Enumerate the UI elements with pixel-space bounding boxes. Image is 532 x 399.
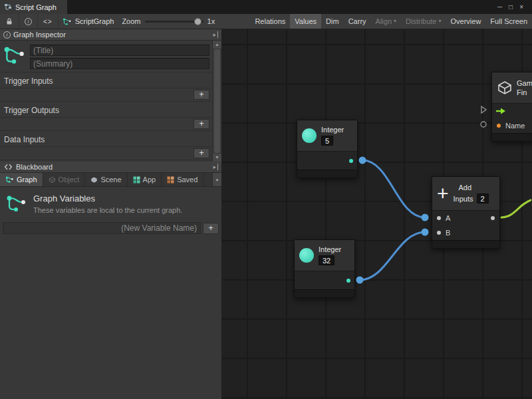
blackboard-scroll-up-icon[interactable]: ▲ [212,173,221,186]
app-tab-icon [133,176,140,184]
scroll-down-icon[interactable]: ▼ [213,154,221,162]
tab-object-label: Object [59,176,80,184]
tab-app-label: App [143,176,156,184]
overview-button[interactable]: Overview [446,14,486,29]
inputs-label: Inputs [454,195,473,203]
sidebar: i Graph Inspector ▸ [0,29,222,399]
node-find[interactable]: Gam Fin Name [491,72,532,142]
close-icon[interactable]: × [516,3,527,11]
window-controls: ─ □ × [494,0,532,14]
tab-app[interactable]: App [128,173,162,186]
node-add[interactable]: + Add Inputs 2 A [432,176,500,249]
trigger-inputs-label: Trigger Inputs [0,76,212,88]
toggle-dim[interactable]: Dim [321,14,344,29]
output-port[interactable] [491,216,495,220]
scrollbar-track[interactable] [213,49,221,154]
graph-canvas[interactable]: Integer 5 Integer 32 [222,29,532,399]
node-header[interactable]: Integer 32 [295,240,354,271]
integer-literal-icon [299,248,314,263]
tab-script-graph[interactable]: Script Graph [0,0,67,14]
graph-summary-input[interactable] [30,58,209,69]
toggle-carry[interactable]: Carry [344,14,371,29]
distribute-dropdown[interactable]: Distribute ▾ [401,14,446,29]
title-bar: Script Graph ─ □ × [0,0,532,14]
graph-toolbar: i <> ScriptGraph Zoom 1x Relations Value… [0,14,532,29]
edit-graph-button[interactable]: <> [38,14,59,29]
graph-title-input[interactable] [30,45,209,56]
node-title: Integer [319,245,341,253]
input-port-a[interactable] [437,216,441,220]
wire-integer1-to-add-a[interactable] [362,160,425,217]
graph-name: ScriptGraph [75,17,114,25]
inspector-scrollbar[interactable]: ▲ ▼ [212,41,221,162]
tab-scene[interactable]: Scene [85,173,127,186]
graph-variables-description: These variables are local to the current… [33,206,216,214]
blackboard-header: Blackboard ▸ [0,162,221,173]
scrollbar-thumb[interactable] [214,49,220,153]
tab-object[interactable]: Object [43,173,86,186]
zoom-slider[interactable] [145,14,203,29]
add-trigger-input-button[interactable]: + [194,90,209,100]
fullscreen-button[interactable]: Full Screen [485,14,532,29]
lock-button[interactable] [0,14,19,29]
connection-endpoint[interactable] [422,214,429,221]
toggle-relations[interactable]: Relations [250,14,290,29]
node-footer [295,289,354,297]
node-header[interactable]: Gam Fin [492,72,532,103]
inspect-button[interactable]: i [19,14,38,29]
node-header[interactable]: + Add Inputs 2 [432,177,499,210]
graph-name-display: ScriptGraph [59,14,118,29]
node-integer-2[interactable]: Integer 32 [294,239,355,298]
trigger-inputs-list: + [0,88,212,102]
output-port[interactable] [349,159,353,163]
align-dropdown[interactable]: Align ▾ [371,14,401,29]
add-variable-button[interactable]: + [203,223,219,234]
unconnected-value-port[interactable] [481,122,486,127]
new-variable-row: + [0,219,221,237]
connection-endpoint[interactable] [359,157,366,164]
add-data-input-button[interactable]: + [194,148,209,158]
node-header[interactable]: Integer 5 [297,120,357,151]
connection-endpoint[interactable] [356,277,364,284]
connection-endpoint[interactable] [422,229,429,236]
new-variable-input[interactable] [3,222,201,234]
graph-icon [3,45,27,66]
tab-saved-label: Saved [177,176,198,184]
integer-value-field[interactable]: 5 [321,136,333,146]
name-input-port[interactable] [497,124,501,128]
zoom-slider-knob[interactable] [194,18,201,25]
blackboard-content: Graph Variables These variables are loca… [0,187,221,399]
add-trigger-output-button[interactable]: + [194,119,209,129]
saved-tab-icon [167,176,174,184]
wire-add-output[interactable] [501,200,531,217]
tab-graph[interactable]: Graph [0,173,43,186]
graph-asset-icon [63,17,72,26]
unconnected-flow-port[interactable] [481,106,486,113]
toggle-values[interactable]: Values [290,14,321,29]
inputs-count-field[interactable]: 2 [477,194,489,203]
wire-integer2-to-add-b[interactable] [360,232,425,280]
graph-tab-icon [5,176,14,184]
node-body: A B [432,210,499,240]
node-body [295,271,354,289]
script-graph-window: Script Graph ─ □ × i <> [0,0,532,399]
maximize-icon[interactable]: □ [505,3,516,11]
integer-value-field[interactable]: 32 [319,255,334,265]
panel-maximize-icon[interactable]: ▸ [213,164,218,170]
node-integer-1[interactable]: Integer 5 [297,120,358,178]
lock-icon [5,17,13,25]
name-port-label: Name [505,122,525,130]
graph-title-block [0,41,212,72]
flow-arrow-icon[interactable] [496,108,506,114]
integer-literal-icon [302,128,317,143]
overview-label: Overview [451,17,481,25]
panel-maximize-icon[interactable]: ▸ [213,31,218,38]
data-inputs-label: Data Inputs [0,134,212,146]
minimize-icon[interactable]: ─ [494,3,505,11]
graph-variables-block: Graph Variables These variables are loca… [0,187,221,219]
output-port[interactable] [346,279,350,283]
input-port-b[interactable] [437,231,441,235]
tab-saved[interactable]: Saved [162,173,203,186]
toggle-relations-label: Relations [255,17,285,25]
scroll-up-icon[interactable]: ▲ [213,41,221,49]
